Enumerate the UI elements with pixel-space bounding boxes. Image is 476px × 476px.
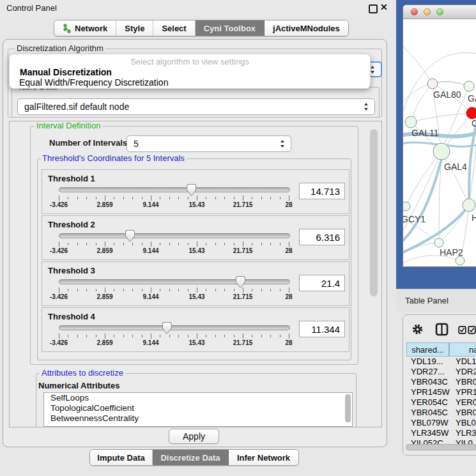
column-header-name[interactable]: na (449, 342, 476, 357)
attributes-group-title: Attributes to discretize (40, 369, 125, 378)
table-panel-titlebar: Table Panel (396, 289, 476, 312)
minor-tick (68, 289, 68, 291)
node-gcy1[interactable] (403, 202, 410, 211)
threshold-3-value-field[interactable]: 21.4 (299, 275, 345, 291)
split-columns-icon[interactable] (435, 323, 449, 336)
network-window-titlebar[interactable] (403, 5, 476, 19)
threshold-1-slider-thumb[interactable] (187, 184, 196, 196)
horizontal-scrollbar[interactable] (406, 444, 476, 450)
tab-network[interactable]: Network (54, 20, 116, 36)
threshold-2-value-field[interactable]: 6.316 (299, 229, 345, 245)
list-item[interactable]: SelfLoops (44, 393, 352, 403)
tab-jactivemnodules[interactable]: jActiveMNodules (265, 20, 348, 36)
list-item[interactable]: TopologicalCoefficient (44, 403, 352, 413)
table-data-group: Table Data galFiltered.sif default node (12, 87, 380, 118)
minor-tick (234, 289, 234, 291)
table-header-row: shared... na (406, 342, 476, 357)
minor-tick (261, 197, 262, 199)
node-top-right[interactable] (464, 81, 474, 91)
minor-tick (68, 243, 68, 245)
vertical-scrollbar[interactable] (370, 129, 378, 296)
minor-tick (252, 335, 252, 337)
table-row[interactable]: YBR043CYBR0 (406, 377, 476, 387)
close-panel-icon[interactable]: ✕ (380, 2, 388, 12)
minor-tick (224, 197, 225, 199)
node-hap2[interactable] (434, 238, 443, 247)
gear-icon[interactable] (411, 323, 424, 335)
table-row[interactable]: YBL079WYBL0 (406, 418, 476, 428)
minor-tick (96, 289, 96, 291)
threshold-1-value-field[interactable]: 14.713 (299, 183, 345, 199)
minor-tick (132, 335, 133, 337)
threshold-3-slider-thumb[interactable] (236, 276, 245, 288)
node-selected-red[interactable] (466, 107, 476, 119)
table-row[interactable]: YDL19...YDL1 (406, 357, 476, 367)
algorithm-combo-stepper[interactable] (369, 61, 382, 77)
threshold-3-slider-track[interactable] (59, 279, 290, 284)
node-gal80[interactable] (427, 79, 438, 89)
float-window-icon[interactable] (369, 4, 378, 13)
table-row[interactable]: YLR345WYLR3 (406, 428, 476, 438)
num-intervals-label: Number of Intervals (49, 138, 127, 148)
minor-tick (114, 197, 114, 199)
table-row[interactable]: YER054CYER0 (406, 397, 476, 408)
network-canvas[interactable]: GAL80 GA C GAL11 GAL4 GCY1 H HAP2 (403, 19, 476, 267)
tab-impute-data[interactable]: Impute Data (90, 450, 153, 465)
node-h[interactable] (463, 199, 475, 211)
zoom-traffic-light-icon[interactable] (436, 8, 443, 15)
minor-tick (86, 243, 87, 245)
minor-tick (77, 335, 78, 337)
tab-infer-network[interactable]: Infer Network (229, 450, 298, 465)
network-view-window[interactable]: GAL80 GA C GAL11 GAL4 GCY1 H HAP2 (403, 4, 476, 267)
minor-tick (188, 335, 188, 337)
num-intervals-combobox[interactable]: 5 (127, 135, 291, 152)
node-gal4[interactable] (433, 143, 450, 160)
minor-tick (142, 243, 142, 245)
dropdown-option-manual[interactable]: Manual Discretization (20, 67, 112, 77)
list-scrollbar[interactable] (345, 394, 351, 422)
label-hap2: HAP2 (440, 247, 463, 257)
tab-cyni-toolbox[interactable]: Cyni Toolbox (196, 20, 265, 36)
minor-tick (68, 197, 68, 199)
major-tick (243, 196, 243, 201)
threshold-2-slider-thumb[interactable] (125, 230, 135, 242)
bottom-tab-bar: Impute Data Discretize Data Infer Networ… (89, 449, 299, 466)
table-panel-title: Table Panel (405, 296, 449, 305)
minor-tick (160, 197, 160, 199)
threshold-4-value-field[interactable]: 11.344 (299, 321, 345, 337)
threshold-2-slider-track[interactable] (59, 233, 290, 238)
node-gal11[interactable] (405, 116, 417, 128)
stepper-arrows-icon (364, 103, 369, 111)
checkbox-checked-icon[interactable] (468, 326, 476, 334)
minor-tick (68, 335, 68, 337)
list-item[interactable]: BetweennessCentrality (44, 413, 352, 424)
close-traffic-light-icon[interactable] (411, 8, 418, 15)
column-header-shared[interactable]: shared... (406, 342, 449, 357)
minor-tick (270, 243, 271, 245)
major-tick (105, 196, 105, 201)
threshold-4-slider-track[interactable] (59, 325, 290, 330)
dropdown-option-equal-width[interactable]: Equal Width/Frequency Discretization (19, 77, 168, 88)
major-tick (59, 288, 59, 293)
minor-tick (224, 289, 225, 291)
minor-tick (280, 335, 280, 337)
table-row[interactable]: YPR145WYPR1 (406, 387, 476, 397)
table-row[interactable]: YDR27...YDR2 (406, 367, 476, 377)
apply-button[interactable]: Apply (169, 429, 219, 444)
tab-select[interactable]: Select (153, 20, 195, 36)
minor-tick (96, 197, 96, 199)
table-data-combobox[interactable]: galFiltered.sif default node (17, 98, 375, 115)
minor-tick (160, 289, 160, 291)
minimize-traffic-light-icon[interactable] (424, 8, 431, 15)
major-tick (59, 196, 59, 201)
table-row[interactable]: YBR045CYBR0 (406, 408, 476, 418)
checkbox-checked-icon[interactable] (458, 326, 466, 334)
tab-discretize-data[interactable]: Discretize Data (153, 450, 229, 465)
node-bottom[interactable] (456, 256, 464, 265)
numerical-attributes-list: SelfLoops TopologicalCoefficient Between… (43, 392, 353, 427)
label-gcy1: GCY1 (403, 214, 426, 224)
threshold-4-slider-thumb[interactable] (162, 322, 172, 334)
minor-tick (178, 197, 179, 199)
tab-style[interactable]: Style (116, 20, 153, 36)
threshold-1-slider-track[interactable] (59, 187, 290, 192)
